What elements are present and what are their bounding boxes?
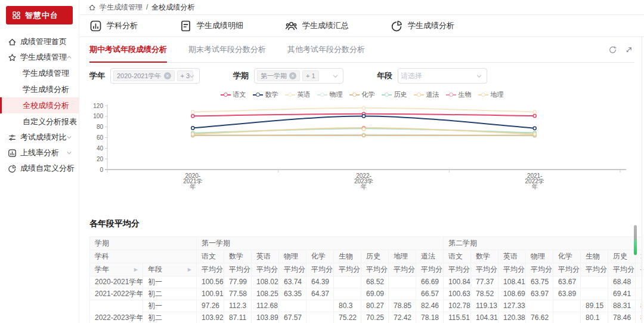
chevron-down-icon [66, 134, 72, 140]
legend-marker-icon [349, 93, 360, 97]
main-content: 学生成绩管理 / 全校成绩分析 学科分析学生成绩明细学生成绩汇总学生成绩分析 期… [80, 0, 644, 323]
tab-midterm[interactable]: 期中考试年段成绩分析 [89, 44, 167, 63]
filter-school-year: 学年2020-2021学年×+ 3 [89, 68, 200, 84]
sidebar-item-student-grade-management[interactable]: 学生成绩管理 [0, 50, 79, 65]
sidebar-item-grade-custom-analysis[interactable]: 成绩自定义分析 [0, 161, 79, 176]
svg-text:100: 100 [93, 113, 103, 119]
table-row: 初二103.9287.11103.8967.5775.2270.2572.427… [90, 312, 642, 323]
chevron-down-icon [476, 73, 482, 79]
app-window: 智慧中台 成绩管理首页学生成绩管理学生成绩管理学生成绩分析全校成绩分析自定义分析… [0, 0, 644, 323]
legend-marker-icon [317, 93, 327, 97]
home-icon [8, 38, 17, 47]
legend-marker-icon [478, 93, 488, 97]
legend-item-数学[interactable]: 数学 [253, 90, 278, 99]
quicknav-student-grade-detail[interactable]: 学生成绩明细 [179, 20, 243, 32]
chevron-down-icon [332, 73, 339, 79]
tag-close-icon[interactable]: × [164, 72, 171, 79]
legend-item-地理[interactable]: 地理 [478, 90, 504, 99]
analysis-panel: 期中考试年段成绩分析期末考试年段分数分析其他考试年段分数分析 学年2020-20… [80, 37, 644, 323]
people-group-icon [285, 20, 298, 32]
refresh-icon[interactable] [608, 45, 617, 54]
sidebar-item-school-grade-analysis[interactable]: 全校成绩分析 [0, 97, 79, 113]
sidebar-item-grade-home[interactable]: 成绩管理首页 [0, 34, 79, 50]
filter-label: 学期 [233, 70, 249, 81]
chevron-down-icon [66, 165, 72, 171]
legend-item-历史[interactable]: 历史 [382, 90, 407, 99]
legend-marker-icon [446, 93, 456, 97]
semester-select[interactable]: 第一学期×+ 1 [254, 68, 343, 84]
app-logo[interactable]: 智慧中台 [6, 6, 73, 24]
pie-chart-icon [391, 20, 403, 32]
quicknav-student-grade-analysis[interactable]: 学生成绩分析 [391, 20, 454, 32]
sidebar-item-student-grade-analysis[interactable]: 学生成绩分析 [0, 81, 79, 97]
filter-label: 学年 [89, 70, 105, 81]
tabs: 期中考试年段成绩分析期末考试年段分数分析其他考试年段分数分析 [89, 44, 365, 62]
chart-legend: 语文数学英语物理化学历史道法生物地理 [89, 90, 634, 99]
breadcrumb-current: 全校成绩分析 [151, 2, 194, 13]
sidebar-menu: 成绩管理首页学生成绩管理学生成绩管理学生成绩分析全校成绩分析自定义分析报表考试成… [0, 34, 79, 176]
filter-caret-icon[interactable]: ▶ [188, 266, 191, 273]
table-title: 各年段平均分 [89, 219, 634, 229]
sidebar: 智慧中台 成绩管理首页学生成绩管理学生成绩管理学生成绩分析全校成绩分析自定义分析… [0, 0, 79, 323]
selected-tag: 2020-2021学年× [113, 70, 175, 81]
filter-caret-icon[interactable]: ▶ [134, 266, 138, 273]
table-header-subject: 学科语文数学英语物理化学生物历史地理道法语文数学英语物理化学生物历史地理 [90, 250, 642, 263]
svg-text:80: 80 [97, 124, 104, 130]
chevron-down-icon [66, 150, 72, 156]
panel-toolbar [608, 45, 633, 54]
expand-icon[interactable] [624, 45, 633, 54]
filter-label: 年段 [377, 70, 392, 81]
table-row: 2020-2021学年初一100.5677.99108.0263.7464.39… [90, 276, 642, 288]
svg-text:2021-2022学年: 2021-2022学年 [525, 173, 544, 190]
grade-section-select[interactable]: 请选择 [398, 68, 487, 84]
sidebar-item-exam-grade-compare[interactable]: 考试成绩对比 [0, 130, 79, 145]
table-header-columns: 学年▶年段▶平均分▶平均分▶平均分▶平均分▶平均分▶平均分▶平均分▶平均分▶平均… [90, 263, 642, 276]
bar-chart-icon [89, 20, 102, 32]
svg-text:120: 120 [93, 103, 103, 109]
more-count-tag: + 1 [302, 70, 319, 81]
avg-score-table-wrap: 学期第一学期第二学期学科语文数学英语物理化学生物历史地理道法语文数学英语物理化学… [89, 236, 641, 323]
app-title: 智慧中台 [25, 10, 58, 21]
chevron-up-icon [66, 54, 72, 60]
tag-close-icon[interactable]: × [289, 72, 296, 79]
tab-other[interactable]: 其他考试年段分数分析 [287, 44, 365, 62]
legend-marker-icon [285, 93, 295, 97]
table-header-semester: 学期第一学期第二学期 [90, 237, 642, 250]
sidebar-item-custom-analysis-report[interactable]: 自定义分析报表 [0, 113, 79, 130]
svg-text:2022-2023学年: 2022-2023学年 [354, 173, 373, 190]
svg-text:20: 20 [97, 156, 104, 162]
scrollbar-thumb[interactable] [634, 225, 637, 255]
chevron-down-icon [188, 73, 195, 79]
avg-score-table: 学期第一学期第二学期学科语文数学英语物理化学生物历史地理道法语文数学英语物理化学… [89, 236, 641, 323]
selected-tag: 第一学期× [257, 70, 300, 81]
legend-item-物理[interactable]: 物理 [317, 90, 343, 99]
avg-score-section: 各年段平均分 学期第一学期第二学期学科语文数学英语物理化学生物历史地理道法语文数… [89, 219, 634, 323]
legend-item-生物[interactable]: 生物 [446, 90, 472, 99]
svg-text:40: 40 [97, 145, 104, 152]
pie-chart-icon [8, 164, 17, 173]
compare-sliders-icon [8, 133, 17, 142]
quicknav-student-grade-summary[interactable]: 学生成绩汇总 [285, 20, 349, 32]
svg-text:2020-2021学年: 2020-2021学年 [183, 173, 202, 190]
tab-final[interactable]: 期末考试年段分数分析 [188, 44, 266, 62]
legend-marker-icon [414, 93, 424, 97]
tab-bar: 期中考试年段成绩分析期末考试年段分数分析其他考试年段分数分析 [89, 37, 634, 63]
breadcrumb-separator: / [146, 3, 148, 11]
sidebar-item-student-grade-management-sub[interactable]: 学生成绩管理 [0, 65, 79, 81]
legend-item-英语[interactable]: 英语 [285, 90, 311, 99]
filter-grade-section: 年段请选择 [377, 68, 487, 84]
scrollbar-track [642, 37, 642, 323]
quicknav-subject-analysis[interactable]: 学科分析 [89, 20, 138, 32]
filter-row: 学年2020-2021学年×+ 3学期第一学期×+ 1年段请选择 [89, 68, 634, 84]
school-year-select[interactable]: 2020-2021学年×+ 3 [110, 68, 200, 84]
legend-item-化学[interactable]: 化学 [349, 90, 375, 99]
legend-marker-icon [382, 93, 392, 97]
document-icon [179, 20, 192, 32]
legend-item-语文[interactable]: 语文 [221, 90, 246, 99]
breadcrumb-parent[interactable]: 学生成绩管理 [100, 2, 143, 13]
grade-trend-chart[interactable]: 0204060801001202020-2021学年2022-2023学年202… [89, 100, 634, 193]
legend-marker-icon [253, 93, 263, 97]
svg-text:60: 60 [97, 134, 104, 141]
sidebar-item-online-rate-analysis[interactable]: 上线率分析 [0, 145, 79, 161]
legend-item-道法[interactable]: 道法 [414, 90, 439, 99]
